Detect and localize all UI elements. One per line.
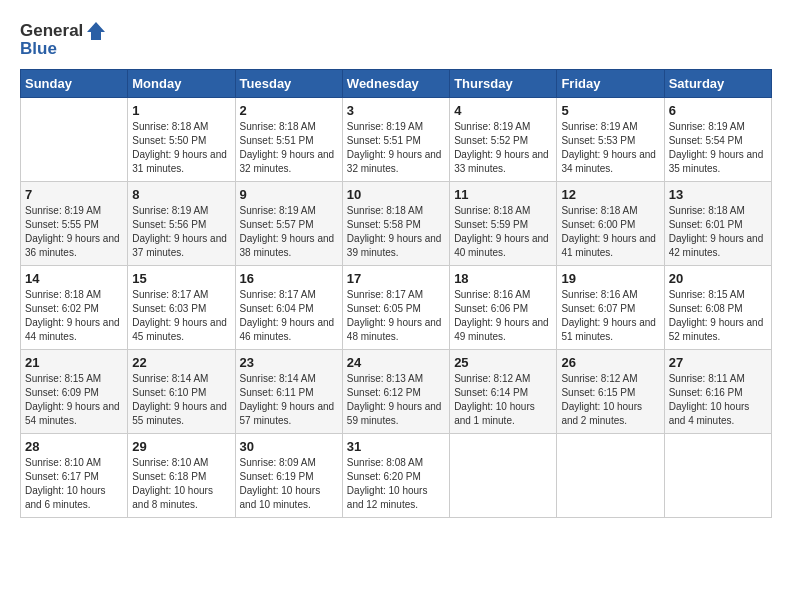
- day-number: 21: [25, 355, 123, 370]
- day-info: Sunrise: 8:17 AMSunset: 6:04 PMDaylight:…: [240, 288, 338, 344]
- calendar-cell: [557, 433, 664, 517]
- day-number: 31: [347, 439, 445, 454]
- calendar-cell: 22 Sunrise: 8:14 AMSunset: 6:10 PMDaylig…: [128, 349, 235, 433]
- week-row-4: 21 Sunrise: 8:15 AMSunset: 6:09 PMDaylig…: [21, 349, 772, 433]
- calendar-cell: 5 Sunrise: 8:19 AMSunset: 5:53 PMDayligh…: [557, 97, 664, 181]
- day-number: 15: [132, 271, 230, 286]
- day-number: 1: [132, 103, 230, 118]
- day-info: Sunrise: 8:14 AMSunset: 6:10 PMDaylight:…: [132, 372, 230, 428]
- day-info: Sunrise: 8:19 AMSunset: 5:53 PMDaylight:…: [561, 120, 659, 176]
- day-info: Sunrise: 8:18 AMSunset: 5:59 PMDaylight:…: [454, 204, 552, 260]
- day-number: 25: [454, 355, 552, 370]
- day-number: 8: [132, 187, 230, 202]
- calendar-cell: 2 Sunrise: 8:18 AMSunset: 5:51 PMDayligh…: [235, 97, 342, 181]
- calendar-cell: 11 Sunrise: 8:18 AMSunset: 5:59 PMDaylig…: [450, 181, 557, 265]
- day-number: 9: [240, 187, 338, 202]
- calendar-cell: 24 Sunrise: 8:13 AMSunset: 6:12 PMDaylig…: [342, 349, 449, 433]
- day-number: 11: [454, 187, 552, 202]
- calendar-cell: [450, 433, 557, 517]
- header-day-monday: Monday: [128, 69, 235, 97]
- week-row-3: 14 Sunrise: 8:18 AMSunset: 6:02 PMDaylig…: [21, 265, 772, 349]
- day-info: Sunrise: 8:19 AMSunset: 5:51 PMDaylight:…: [347, 120, 445, 176]
- calendar-cell: 3 Sunrise: 8:19 AMSunset: 5:51 PMDayligh…: [342, 97, 449, 181]
- day-number: 7: [25, 187, 123, 202]
- calendar-cell: 9 Sunrise: 8:19 AMSunset: 5:57 PMDayligh…: [235, 181, 342, 265]
- calendar-cell: [664, 433, 771, 517]
- calendar-cell: 25 Sunrise: 8:12 AMSunset: 6:14 PMDaylig…: [450, 349, 557, 433]
- calendar-cell: 31 Sunrise: 8:08 AMSunset: 6:20 PMDaylig…: [342, 433, 449, 517]
- header-row: SundayMondayTuesdayWednesdayThursdayFrid…: [21, 69, 772, 97]
- week-row-5: 28 Sunrise: 8:10 AMSunset: 6:17 PMDaylig…: [21, 433, 772, 517]
- day-number: 20: [669, 271, 767, 286]
- day-number: 29: [132, 439, 230, 454]
- day-info: Sunrise: 8:08 AMSunset: 6:20 PMDaylight:…: [347, 456, 445, 512]
- day-number: 14: [25, 271, 123, 286]
- day-number: 19: [561, 271, 659, 286]
- calendar-cell: [21, 97, 128, 181]
- day-number: 28: [25, 439, 123, 454]
- day-number: 27: [669, 355, 767, 370]
- calendar-cell: 21 Sunrise: 8:15 AMSunset: 6:09 PMDaylig…: [21, 349, 128, 433]
- calendar-cell: 16 Sunrise: 8:17 AMSunset: 6:04 PMDaylig…: [235, 265, 342, 349]
- calendar-cell: 6 Sunrise: 8:19 AMSunset: 5:54 PMDayligh…: [664, 97, 771, 181]
- day-info: Sunrise: 8:18 AMSunset: 5:50 PMDaylight:…: [132, 120, 230, 176]
- day-number: 12: [561, 187, 659, 202]
- calendar-cell: 26 Sunrise: 8:12 AMSunset: 6:15 PMDaylig…: [557, 349, 664, 433]
- svg-marker-0: [87, 22, 105, 40]
- calendar-cell: 14 Sunrise: 8:18 AMSunset: 6:02 PMDaylig…: [21, 265, 128, 349]
- calendar-cell: 19 Sunrise: 8:16 AMSunset: 6:07 PMDaylig…: [557, 265, 664, 349]
- header-day-tuesday: Tuesday: [235, 69, 342, 97]
- calendar-cell: 28 Sunrise: 8:10 AMSunset: 6:17 PMDaylig…: [21, 433, 128, 517]
- day-info: Sunrise: 8:10 AMSunset: 6:18 PMDaylight:…: [132, 456, 230, 512]
- header-day-friday: Friday: [557, 69, 664, 97]
- day-info: Sunrise: 8:18 AMSunset: 6:00 PMDaylight:…: [561, 204, 659, 260]
- day-info: Sunrise: 8:19 AMSunset: 5:52 PMDaylight:…: [454, 120, 552, 176]
- day-info: Sunrise: 8:14 AMSunset: 6:11 PMDaylight:…: [240, 372, 338, 428]
- calendar-cell: 8 Sunrise: 8:19 AMSunset: 5:56 PMDayligh…: [128, 181, 235, 265]
- day-info: Sunrise: 8:12 AMSunset: 6:14 PMDaylight:…: [454, 372, 552, 428]
- calendar-table: SundayMondayTuesdayWednesdayThursdayFrid…: [20, 69, 772, 518]
- calendar-cell: 12 Sunrise: 8:18 AMSunset: 6:00 PMDaylig…: [557, 181, 664, 265]
- day-info: Sunrise: 8:17 AMSunset: 6:05 PMDaylight:…: [347, 288, 445, 344]
- logo-bird-icon: [85, 20, 107, 42]
- day-info: Sunrise: 8:17 AMSunset: 6:03 PMDaylight:…: [132, 288, 230, 344]
- day-number: 16: [240, 271, 338, 286]
- header-day-thursday: Thursday: [450, 69, 557, 97]
- calendar-cell: 23 Sunrise: 8:14 AMSunset: 6:11 PMDaylig…: [235, 349, 342, 433]
- day-number: 2: [240, 103, 338, 118]
- day-info: Sunrise: 8:16 AMSunset: 6:07 PMDaylight:…: [561, 288, 659, 344]
- header-day-saturday: Saturday: [664, 69, 771, 97]
- header-day-sunday: Sunday: [21, 69, 128, 97]
- day-info: Sunrise: 8:19 AMSunset: 5:56 PMDaylight:…: [132, 204, 230, 260]
- calendar-cell: 1 Sunrise: 8:18 AMSunset: 5:50 PMDayligh…: [128, 97, 235, 181]
- day-number: 22: [132, 355, 230, 370]
- calendar-cell: 30 Sunrise: 8:09 AMSunset: 6:19 PMDaylig…: [235, 433, 342, 517]
- calendar-cell: 13 Sunrise: 8:18 AMSunset: 6:01 PMDaylig…: [664, 181, 771, 265]
- calendar-cell: 29 Sunrise: 8:10 AMSunset: 6:18 PMDaylig…: [128, 433, 235, 517]
- day-info: Sunrise: 8:13 AMSunset: 6:12 PMDaylight:…: [347, 372, 445, 428]
- day-number: 4: [454, 103, 552, 118]
- day-info: Sunrise: 8:11 AMSunset: 6:16 PMDaylight:…: [669, 372, 767, 428]
- day-number: 26: [561, 355, 659, 370]
- day-info: Sunrise: 8:19 AMSunset: 5:54 PMDaylight:…: [669, 120, 767, 176]
- calendar-cell: 10 Sunrise: 8:18 AMSunset: 5:58 PMDaylig…: [342, 181, 449, 265]
- calendar-cell: 7 Sunrise: 8:19 AMSunset: 5:55 PMDayligh…: [21, 181, 128, 265]
- calendar-cell: 20 Sunrise: 8:15 AMSunset: 6:08 PMDaylig…: [664, 265, 771, 349]
- day-info: Sunrise: 8:19 AMSunset: 5:57 PMDaylight:…: [240, 204, 338, 260]
- logo-text: General Blue: [20, 20, 107, 59]
- day-info: Sunrise: 8:18 AMSunset: 5:51 PMDaylight:…: [240, 120, 338, 176]
- day-info: Sunrise: 8:18 AMSunset: 6:02 PMDaylight:…: [25, 288, 123, 344]
- day-info: Sunrise: 8:16 AMSunset: 6:06 PMDaylight:…: [454, 288, 552, 344]
- day-number: 6: [669, 103, 767, 118]
- logo: General Blue: [20, 20, 107, 59]
- day-number: 24: [347, 355, 445, 370]
- day-info: Sunrise: 8:18 AMSunset: 5:58 PMDaylight:…: [347, 204, 445, 260]
- day-info: Sunrise: 8:18 AMSunset: 6:01 PMDaylight:…: [669, 204, 767, 260]
- week-row-1: 1 Sunrise: 8:18 AMSunset: 5:50 PMDayligh…: [21, 97, 772, 181]
- day-number: 13: [669, 187, 767, 202]
- calendar-cell: 27 Sunrise: 8:11 AMSunset: 6:16 PMDaylig…: [664, 349, 771, 433]
- day-info: Sunrise: 8:19 AMSunset: 5:55 PMDaylight:…: [25, 204, 123, 260]
- calendar-cell: 15 Sunrise: 8:17 AMSunset: 6:03 PMDaylig…: [128, 265, 235, 349]
- day-number: 17: [347, 271, 445, 286]
- day-number: 23: [240, 355, 338, 370]
